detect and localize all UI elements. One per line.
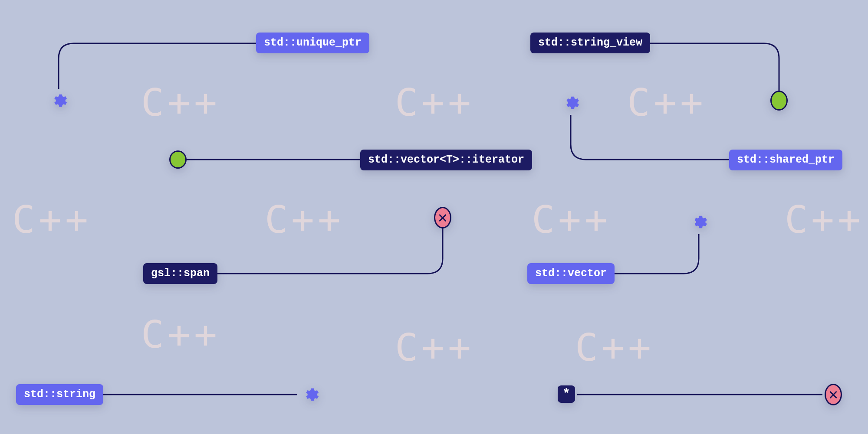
tag-gsl-span: gsl::span [143,263,217,284]
error-icon [434,209,451,226]
gear-icon [50,92,67,109]
status-dot-icon [770,92,788,109]
gear-icon [302,386,319,403]
tag-string-view: std::string_view [530,33,650,53]
tag-std-string: std::string [16,384,103,405]
tag-raw-ptr: * [558,385,575,403]
gear-icon [562,94,579,111]
tag-vector-iterator: std::vector<T>::iterator [360,150,532,170]
status-dot-icon [169,151,187,168]
tag-std-vector: std::vector [527,263,615,284]
tag-unique-ptr: std::unique_ptr [256,33,369,53]
error-icon [825,386,842,403]
gear-icon [690,213,707,231]
tag-shared-ptr: std::shared_ptr [729,150,842,170]
